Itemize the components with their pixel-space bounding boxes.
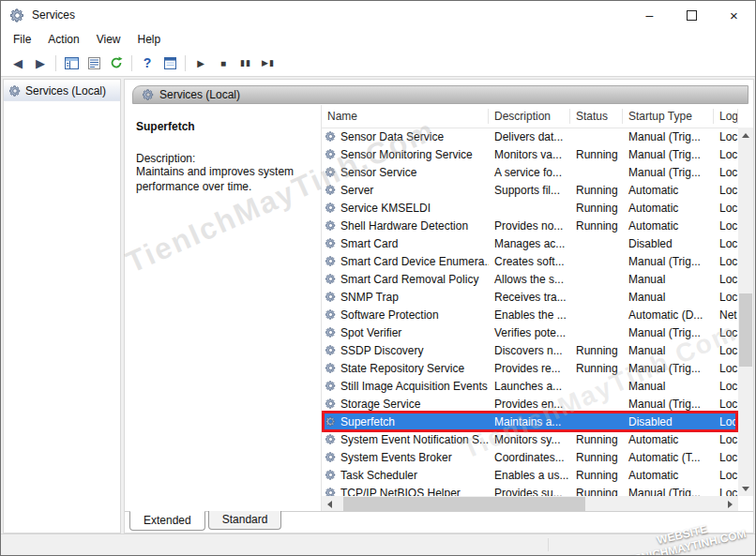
service-description-cell: Verifies pote... [489, 326, 570, 339]
column-header-startup-type[interactable]: Startup Type [623, 109, 714, 124]
service-name: System Events Broker [340, 451, 452, 464]
help-icon: ? [144, 55, 152, 70]
maximize-button[interactable] [671, 1, 713, 29]
service-status-cell: Running [570, 148, 623, 161]
service-status-cell: Running [570, 451, 623, 464]
tab-standard[interactable]: Standard [208, 511, 282, 530]
vertical-scrollbar[interactable] [738, 128, 753, 496]
table-row[interactable]: Server Supports fil... Running Automatic… [322, 181, 738, 199]
menu-view[interactable]: View [88, 30, 129, 49]
service-log-on-as-cell: Loc [714, 451, 738, 464]
table-row[interactable]: TCP/IP NetBIOS Helper Provides su... Run… [322, 484, 738, 496]
back-button[interactable]: ◀ [7, 53, 29, 73]
service-name-cell: Sensor Monitoring Service [322, 148, 489, 161]
services-gear-icon [143, 89, 154, 100]
help-button[interactable]: ? [136, 53, 159, 73]
service-log-on-as-cell: Loc [714, 487, 738, 497]
service-gear-icon [325, 292, 336, 302]
scroll-left-arrow[interactable] [322, 496, 338, 512]
table-row[interactable]: System Events Broker Coordinates... Runn… [322, 448, 738, 466]
services-window: Services – × File Action View Help ◀ ▶ [0, 0, 756, 556]
stop-icon: ■ [220, 58, 226, 68]
service-name-cell: Smart Card [322, 237, 489, 250]
service-gear-icon [325, 363, 336, 373]
table-row[interactable]: Smart Card Removal Policy Allows the s..… [322, 270, 738, 288]
table-row[interactable]: System Event Notification S... Monitors … [322, 430, 738, 448]
tab-extended[interactable]: Extended [129, 511, 205, 531]
service-name-cell: TCP/IP NetBIOS Helper [322, 487, 489, 497]
service-startup-type-cell: Manual (Trig... [623, 166, 714, 179]
close-button[interactable]: × [713, 1, 755, 29]
service-status-cell: Running [570, 433, 623, 446]
column-header-description[interactable]: Description [489, 109, 570, 124]
service-gear-icon [325, 488, 336, 496]
service-description-cell: Delivers dat... [489, 130, 570, 143]
column-header-status[interactable]: Status [570, 109, 623, 124]
service-startup-type-cell: Automatic [623, 433, 714, 446]
scroll-down-arrow[interactable] [738, 481, 753, 496]
table-row[interactable]: Superfetch Maintains a... Disabled Loc [322, 413, 738, 430]
console-tree-button[interactable] [60, 53, 83, 73]
service-description-cell: Enables a us... [489, 469, 570, 482]
table-row[interactable]: Storage Service Provides en... Manual (T… [322, 395, 738, 413]
restart-service-button[interactable]: ▶▮ [257, 53, 280, 73]
service-startup-type-cell: Automatic (D... [623, 308, 714, 322]
table-row[interactable]: State Repository Service Provides re... … [322, 359, 738, 377]
table-row[interactable]: Task Scheduler Enables a us... Running A… [322, 466, 738, 484]
service-description-cell: Discovers n... [489, 344, 570, 357]
arrow-up-icon [742, 133, 749, 138]
service-gear-icon [325, 220, 336, 231]
service-status-cell: Running [570, 202, 623, 215]
toolbar-separator [185, 55, 186, 71]
service-description-cell: Allows the s... [489, 273, 570, 286]
table-row[interactable]: SSDP Discovery Discovers n... Running Ma… [322, 341, 738, 359]
service-log-on-as-cell: Loc [714, 380, 738, 393]
properties-button[interactable] [159, 53, 181, 73]
view-header: Services (Local) [132, 85, 748, 104]
menu-file[interactable]: File [5, 30, 39, 49]
stop-service-button[interactable]: ■ [212, 53, 234, 73]
column-header-name[interactable]: Name [322, 109, 489, 124]
pause-service-button[interactable]: ▮▮ [234, 53, 257, 73]
vertical-scroll-thumb[interactable] [739, 293, 752, 368]
service-status-cell: Running [570, 219, 623, 233]
export-list-button[interactable] [83, 53, 105, 73]
horizontal-scrollbar[interactable] [322, 496, 738, 512]
table-row[interactable]: Still Image Acquisition Events Launches … [322, 377, 738, 395]
table-row[interactable]: Smart Card Device Enumera... Creates sof… [322, 252, 738, 270]
service-log-on-as-cell: Loc [714, 166, 738, 179]
horizontal-scroll-thumb[interactable] [343, 497, 585, 511]
table-row[interactable]: Sensor Service A service fo... Manual (T… [322, 163, 738, 181]
service-name: Spot Verifier [340, 326, 401, 339]
column-header-log-on-as[interactable]: Log [714, 109, 738, 124]
service-name: Service KMSELDI [340, 202, 431, 215]
forward-button[interactable]: ▶ [29, 53, 52, 73]
tree-item-services-local[interactable]: Services (Local) [4, 82, 120, 101]
service-name-cell: Smart Card Device Enumera... [322, 255, 489, 268]
table-row[interactable]: Sensor Data Service Delivers dat... Manu… [322, 128, 738, 145]
scroll-up-arrow[interactable] [738, 128, 753, 143]
table-row[interactable]: Smart Card Manages ac... Disabled Loc [322, 234, 738, 252]
start-service-button[interactable]: ▶ [189, 53, 212, 73]
menu-help[interactable]: Help [129, 30, 170, 49]
service-startup-type-cell: Manual (Trig... [623, 255, 714, 268]
table-row[interactable]: Software Protection Enables the ... Auto… [322, 306, 738, 323]
table-row[interactable]: Sensor Monitoring Service Monitors va...… [322, 145, 738, 163]
service-startup-type-cell: Disabled [623, 415, 714, 428]
refresh-button[interactable] [105, 53, 128, 73]
arrow-right-icon [728, 501, 733, 508]
menu-action[interactable]: Action [39, 30, 87, 49]
minimize-button[interactable]: – [628, 1, 671, 29]
table-row[interactable]: Shell Hardware Detection Provides no... … [322, 217, 738, 234]
table-row[interactable]: Service KMSELDI Running Automatic Loc [322, 199, 738, 217]
table-row[interactable]: Spot Verifier Verifies pote... Manual (T… [322, 323, 738, 341]
table-row[interactable]: SNMP Trap Receives tra... Manual Loc [322, 288, 738, 306]
service-name-cell: Storage Service [322, 398, 489, 411]
service-name: Smart Card Device Enumera... [340, 255, 489, 268]
service-gear-icon [325, 452, 336, 462]
refresh-icon [110, 56, 123, 69]
start-icon: ▶ [197, 58, 204, 68]
service-startup-type-cell: Automatic [623, 469, 714, 482]
table-rows: Sensor Data Service Delivers dat... Manu… [322, 128, 738, 496]
scroll-right-arrow[interactable] [722, 496, 738, 512]
